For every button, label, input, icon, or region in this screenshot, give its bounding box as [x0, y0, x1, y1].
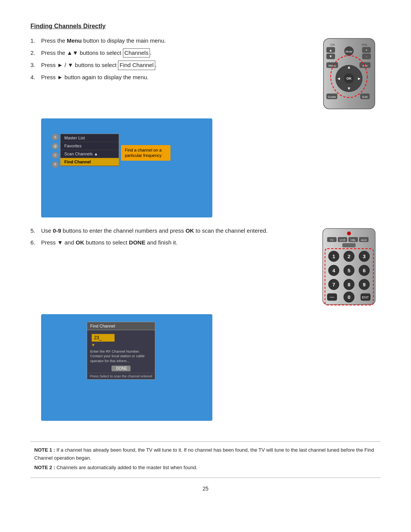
step-1-text: Press the Menu button to display the mai… — [41, 37, 166, 45]
svg-text:Mute: Mute — [346, 50, 352, 53]
svg-text:ENT: ENT — [362, 296, 369, 299]
svg-text:VCR: VCR — [339, 238, 346, 242]
menu-item-scanchannels: Scan Channels ▲ — [61, 150, 119, 158]
svg-text:AUX: AUX — [361, 238, 366, 242]
step-1-bold: Menu — [67, 37, 82, 44]
step-6: 6. Press ▼ and OK buttons to select DONE… — [30, 238, 308, 247]
svg-text:►: ► — [357, 76, 362, 81]
menu-item-findchannel: Find Channel — [61, 158, 119, 166]
svg-text:-: - — [366, 55, 367, 59]
side-icon-3: © — [52, 152, 59, 159]
page-content: Finding Channels Directly 1. Press the M… — [30, 23, 381, 492]
svg-text:TV: TV — [330, 238, 334, 242]
steps-5-6: 5. Use 0-9 buttons to enter the channel … — [30, 227, 308, 254]
svg-text:CH: CH — [330, 43, 335, 46]
step-list-top: 1. Press the Menu button to display the … — [30, 37, 308, 81]
step-3: 3. Press ► / ▼ buttons to select Find Ch… — [30, 61, 308, 70]
note-1: NOTE 1 : If a channel has already been f… — [34, 446, 377, 462]
svg-text:◄: ◄ — [337, 76, 341, 81]
note-2-text: Channels are automatically added to the … — [55, 465, 198, 470]
svg-text:VOL: VOL — [362, 43, 368, 46]
step-2-boxed: Channels — [123, 48, 150, 58]
step-5-bold2: OK — [185, 227, 194, 234]
svg-text:—: — — [330, 294, 334, 300]
svg-rect-39 — [342, 243, 355, 247]
menu-item-masterlist: Master List — [61, 134, 119, 142]
svg-text:OK: OK — [346, 77, 352, 80]
menu-screen-image: Master List Favorites Scan Channels ▲ Fi… — [41, 118, 212, 217]
step-5: 5. Use 0-9 buttons to enter the channel … — [30, 227, 308, 235]
step-6-bold: OK — [76, 239, 84, 246]
menu-panel: Master List Favorites Scan Channels ▲ Fi… — [60, 134, 119, 166]
svg-text:4: 4 — [332, 268, 335, 273]
step-4: 4. Press ► button again to display the m… — [30, 73, 308, 82]
menu-item-favorites: Favorites — [61, 142, 119, 150]
bottom-block: 5. Use 0-9 buttons to enter the channel … — [30, 227, 381, 307]
step-3-boxed: Find Channel — [118, 61, 155, 70]
step-1: 1. Press the Menu button to display the … — [30, 37, 308, 45]
step-2: 2. Press the ▲▼ buttons to select Channe… — [30, 48, 308, 58]
step-3-text: Press ► / ▼ buttons to select Find Chann… — [41, 61, 157, 70]
svg-text:CBL: CBL — [350, 238, 356, 242]
fc-dialog-title: Find Channel — [87, 322, 155, 330]
step-4-text: Press ► button again to display the menu… — [41, 73, 149, 82]
step-5-bold: 0-9 — [53, 227, 61, 234]
step-6-bold2: DONE — [129, 239, 145, 246]
menu-tooltip: Find a channel on a particular frequency — [121, 145, 170, 161]
svg-text:3: 3 — [363, 254, 365, 259]
svg-text:▲: ▲ — [347, 65, 351, 69]
remote-numpad-image: TV VCR CBL AUX 1 2 3 4 — [320, 227, 381, 307]
side-icon-1: S — [52, 134, 59, 141]
page-number: 25 — [30, 486, 381, 492]
note-2: NOTE 2 : Channels are automatically adde… — [34, 464, 377, 472]
svg-text:▼: ▼ — [329, 54, 333, 58]
remote-top-image: CH VOL ▲ ▼ + - Mute Menu Info — [320, 37, 381, 111]
remote-numpad-svg: TV VCR CBL AUX 1 2 3 4 — [320, 227, 379, 307]
svg-text:Menu: Menu — [328, 64, 336, 67]
step-6-num: 6. — [30, 238, 41, 247]
side-icon-4: ® — [52, 161, 59, 168]
svg-text:1: 1 — [332, 254, 335, 259]
step-2-num: 2. — [30, 49, 41, 58]
fc-description: Enter the RF Channel Number. Contact you… — [87, 348, 155, 364]
step-2-text: Press the ▲▼ buttons to select Channels. — [41, 48, 151, 58]
step-6-text: Press ▼ and OK buttons to select DONE an… — [41, 238, 177, 247]
svg-text:5: 5 — [347, 268, 350, 273]
note-1-label: NOTE 1 : — [34, 447, 55, 453]
svg-text:Info: Info — [362, 64, 368, 67]
svg-text:+: + — [365, 48, 367, 52]
svg-text:Guide: Guide — [328, 95, 336, 99]
note-2-label: NOTE 2 : — [34, 465, 55, 470]
remote-top-svg: CH VOL ▲ ▼ + - Mute Menu Info — [320, 37, 379, 111]
svg-text:▼: ▼ — [347, 86, 351, 91]
svg-point-30 — [347, 232, 351, 235]
step-5-text: Use 0-9 buttons to enter the channel num… — [41, 227, 268, 235]
top-block: 1. Press the Menu button to display the … — [30, 37, 381, 111]
svg-text:8: 8 — [347, 282, 350, 288]
step-5-num: 5. — [30, 227, 41, 235]
svg-text:0: 0 — [347, 294, 350, 300]
svg-text:6: 6 — [363, 268, 365, 273]
step-1-num: 1. — [30, 37, 41, 45]
find-channel-dialog: Find Channel 23_ ▼ Enter the RF Channel … — [87, 322, 155, 380]
side-icon-2: @ — [52, 143, 59, 150]
steps-1-4: 1. Press the Menu button to display the … — [30, 37, 308, 88]
fc-arrow: ▼ — [91, 342, 155, 348]
svg-text:Exit: Exit — [362, 95, 368, 99]
section-title: Finding Channels Directly — [30, 23, 381, 30]
note-1-text: If a channel has already been found, the… — [34, 447, 374, 461]
step-list-bottom: 5. Use 0-9 buttons to enter the channel … — [30, 227, 308, 247]
svg-text:▲: ▲ — [329, 48, 333, 52]
notes-section: NOTE 1 : If a channel has already been f… — [30, 441, 381, 478]
svg-text:9: 9 — [363, 282, 365, 288]
find-channel-screen: Find Channel 23_ ▼ Enter the RF Channel … — [41, 314, 212, 421]
step-3-num: 3. — [30, 61, 41, 70]
fc-footer-text: Press Select to scan the channel entered — [87, 373, 155, 379]
fc-done-button[interactable]: DONE — [112, 366, 131, 371]
svg-text:2: 2 — [347, 254, 350, 259]
svg-text:7: 7 — [332, 282, 335, 288]
step-4-num: 4. — [30, 73, 41, 82]
fc-input-value: 23_ — [92, 334, 115, 342]
